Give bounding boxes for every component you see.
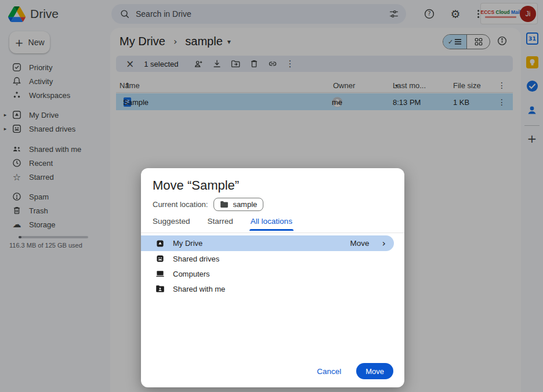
shared-folder-icon bbox=[155, 285, 165, 293]
locations-list: My Drive Move › Shared drives Computers … bbox=[141, 235, 404, 296]
current-location-chip[interactable]: sample bbox=[213, 198, 263, 211]
current-location-label: Current location: bbox=[153, 200, 208, 209]
location-label: Shared with me bbox=[173, 285, 225, 293]
location-label: Computers bbox=[173, 270, 210, 278]
dialog-title: Move “Sample” bbox=[153, 178, 239, 193]
location-row-my-drive[interactable]: My Drive Move › bbox=[141, 235, 394, 251]
cancel-button[interactable]: Cancel bbox=[317, 367, 341, 376]
tab-all-locations[interactable]: All locations bbox=[251, 217, 292, 231]
location-label: My Drive bbox=[173, 239, 202, 248]
move-button[interactable]: Move bbox=[356, 363, 393, 379]
tab-starred[interactable]: Starred bbox=[208, 217, 233, 231]
chevron-right-icon[interactable]: › bbox=[382, 238, 386, 249]
current-location-name: sample bbox=[233, 200, 257, 209]
location-row-computers[interactable]: Computers bbox=[141, 266, 404, 281]
folder-icon bbox=[220, 201, 229, 208]
dialog-footer: Cancel Move bbox=[317, 363, 393, 379]
computer-icon bbox=[155, 269, 165, 278]
tabs-divider bbox=[141, 233, 404, 233]
my-drive-icon bbox=[155, 239, 165, 248]
tab-suggested[interactable]: Suggested bbox=[153, 217, 190, 231]
dialog-tabs: Suggested Starred All locations bbox=[153, 217, 292, 231]
current-location-row: Current location: sample bbox=[153, 198, 263, 211]
location-row-shared-with-me[interactable]: Shared with me bbox=[141, 281, 404, 296]
shared-drives-icon bbox=[155, 254, 165, 263]
location-label: Shared drives bbox=[173, 255, 219, 263]
move-dialog: Move “Sample” Current location: sample S… bbox=[141, 168, 404, 387]
location-row-shared-drives[interactable]: Shared drives bbox=[141, 251, 404, 266]
move-here-hint: Move bbox=[350, 239, 370, 248]
